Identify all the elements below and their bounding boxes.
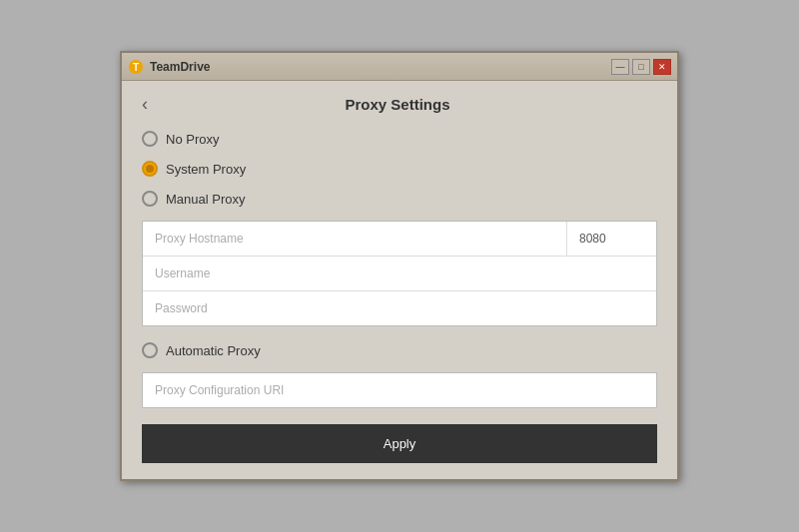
- password-row: [143, 291, 656, 325]
- window-controls: — □ ✕: [611, 59, 671, 75]
- maximize-button[interactable]: □: [632, 59, 650, 75]
- hostname-input[interactable]: [143, 222, 566, 256]
- no-proxy-option[interactable]: No Proxy: [142, 131, 657, 147]
- username-input[interactable]: [143, 257, 656, 290]
- automatic-proxy-label: Automatic Proxy: [166, 343, 261, 358]
- title-bar-left: T TeamDrive: [128, 59, 210, 75]
- page-header: ‹ Proxy Settings: [142, 81, 657, 131]
- hostname-row: [143, 222, 656, 257]
- automatic-proxy-option[interactable]: Automatic Proxy: [142, 342, 657, 358]
- minimize-button[interactable]: —: [611, 59, 629, 75]
- automatic-proxy-form: [142, 372, 657, 408]
- svg-text:T: T: [133, 62, 139, 73]
- manual-proxy-label: Manual Proxy: [166, 192, 245, 207]
- app-icon: T: [128, 59, 144, 75]
- uri-row: [143, 373, 656, 407]
- manual-proxy-form: [142, 221, 657, 326]
- system-proxy-label: System Proxy: [166, 162, 246, 177]
- username-row: [143, 257, 656, 291]
- system-proxy-option[interactable]: System Proxy: [142, 161, 657, 177]
- system-proxy-radio[interactable]: [142, 161, 158, 177]
- password-input[interactable]: [143, 291, 656, 325]
- apply-button[interactable]: Apply: [142, 424, 657, 463]
- no-proxy-label: No Proxy: [166, 132, 219, 147]
- manual-proxy-radio[interactable]: [142, 191, 158, 207]
- page-title: Proxy Settings: [158, 96, 637, 113]
- port-input[interactable]: [566, 222, 656, 256]
- close-button[interactable]: ✕: [653, 59, 671, 75]
- app-window: T TeamDrive — □ ✕ ‹ Proxy Settings No Pr…: [120, 51, 679, 481]
- uri-input[interactable]: [143, 373, 656, 407]
- window-title: TeamDrive: [150, 60, 210, 74]
- manual-proxy-option[interactable]: Manual Proxy: [142, 191, 657, 207]
- content-area: ‹ Proxy Settings No Proxy System Proxy M…: [122, 81, 677, 479]
- back-button[interactable]: ‹: [142, 95, 148, 113]
- automatic-proxy-radio[interactable]: [142, 342, 158, 358]
- title-bar: T TeamDrive — □ ✕: [122, 53, 677, 81]
- no-proxy-radio[interactable]: [142, 131, 158, 147]
